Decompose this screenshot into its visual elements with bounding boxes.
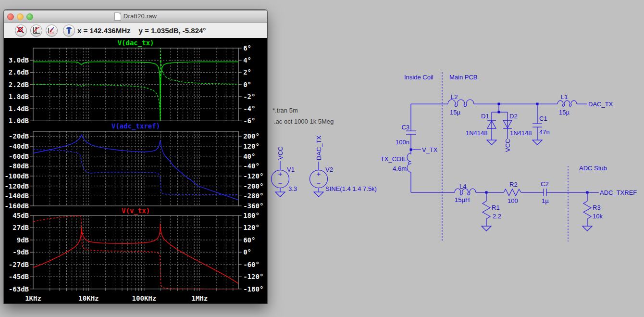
ref-V2[interactable]: V2 (325, 166, 333, 173)
wire-set[interactable] (280, 104, 599, 226)
ref-L2[interactable]: L2 (451, 93, 458, 101)
ground-C1[interactable] (533, 140, 542, 145)
region-main-pcb[interactable]: Main PCB (449, 74, 478, 81)
ground-R1[interactable] (482, 226, 491, 231)
directive-ac[interactable]: .ac oct 1000 1k 5Meg (274, 118, 334, 125)
resistor-R3[interactable] (583, 201, 591, 219)
autorange-icon (32, 26, 40, 35)
autorange-button[interactable] (30, 25, 42, 37)
zoom-disabled-button[interactable] (15, 25, 27, 37)
val-D1[interactable]: 1N4148 (466, 129, 488, 137)
val-V1[interactable]: 3.3 (288, 185, 297, 192)
ref-C2[interactable]: C2 (541, 180, 549, 188)
ref-D2[interactable]: D2 (509, 113, 518, 120)
val-L4[interactable]: 15µH (455, 196, 470, 203)
cursor-y-readout: y = 1.035dB, -5.824° (139, 26, 206, 35)
ref-R1[interactable]: R1 (492, 204, 500, 211)
val-L2[interactable]: 15µ (450, 109, 460, 116)
inductor-tx-coil[interactable] (407, 153, 411, 172)
zoom-disabled-icon (17, 26, 25, 35)
net-adc-txref[interactable]: ADC_TXREF (600, 189, 637, 196)
inductor-L2[interactable] (448, 100, 474, 107)
ref-V1[interactable]: V1 (287, 166, 295, 173)
ground-V1[interactable] (275, 192, 285, 197)
net-dactx-v2[interactable]: DAC_TX (315, 135, 322, 160)
diode-D2[interactable] (503, 120, 512, 128)
tools-button[interactable] (63, 25, 75, 37)
ground-V2[interactable] (314, 192, 323, 197)
diode-D1[interactable] (487, 120, 496, 128)
val-C2[interactable]: 1µ (542, 197, 549, 204)
plot-canvas[interactable] (4, 38, 267, 304)
plot-settings-button[interactable] (46, 25, 58, 37)
ref-R2[interactable]: R2 (509, 181, 518, 188)
ref-D1[interactable]: D1 (481, 113, 489, 120)
window-titlebar[interactable]: Draft20.raw (4, 10, 267, 23)
net-v-tx[interactable]: V_TX (422, 146, 438, 153)
ref-C3[interactable]: C3 (401, 124, 409, 131)
toolbar: x = 142.436MHz y = 1.035dB, -5.824° (4, 23, 267, 38)
region-adc-stub[interactable]: ADC Stub (579, 165, 607, 172)
ref-L4[interactable]: L4 (459, 183, 466, 190)
plot-window: Draft20.raw (4, 10, 267, 304)
resistor-R2[interactable] (504, 189, 521, 196)
capacitor-C2[interactable] (544, 189, 546, 196)
val-C3[interactable]: 100n (396, 139, 409, 146)
junction-nodes (410, 103, 589, 194)
val-L1[interactable]: 15µ (559, 109, 570, 116)
tools-icon (65, 26, 73, 35)
resistor-R1[interactable] (483, 201, 490, 219)
region-inside-coil[interactable]: Inside Coil (404, 74, 433, 81)
capacitor-C1[interactable] (533, 124, 542, 127)
ref-tx-coil[interactable]: TX_COIL (381, 155, 407, 163)
ref-R3[interactable]: R3 (593, 204, 601, 211)
val-R2[interactable]: 100 (508, 197, 518, 204)
net-dac-tx[interactable]: DAC_TX (588, 101, 613, 108)
ground-D1[interactable] (487, 140, 496, 145)
cursor-x-readout: x = 142.436MHz (77, 26, 131, 35)
val-R1[interactable]: 2.2 (493, 213, 501, 220)
net-vcc-v1[interactable]: VCC (277, 147, 284, 160)
vsource-V2[interactable] (310, 170, 328, 188)
vsource-V1[interactable] (272, 170, 289, 188)
val-D2[interactable]: 1N4148 (510, 129, 532, 137)
inductor-L1[interactable] (557, 101, 577, 106)
capacitor-C3[interactable] (406, 131, 416, 134)
val-tx-coil[interactable]: 4.6m (393, 165, 407, 172)
ground-R3[interactable] (582, 226, 592, 231)
document-icon (114, 13, 121, 20)
val-V2[interactable]: SINE(1.4 1.4 7.5k) (325, 185, 377, 192)
plot-settings-icon (48, 26, 56, 35)
net-vcc-d2[interactable]: VCC (504, 139, 511, 152)
ref-L1[interactable]: L1 (561, 93, 568, 101)
window-title: Draft20.raw (124, 13, 157, 20)
val-R3[interactable]: 10k (593, 213, 603, 220)
ref-C1[interactable]: C1 (539, 115, 547, 122)
directive-tran[interactable]: *.tran 5m (272, 107, 298, 114)
inductor-L4[interactable] (455, 189, 476, 195)
val-C1[interactable]: 47n (539, 128, 550, 136)
